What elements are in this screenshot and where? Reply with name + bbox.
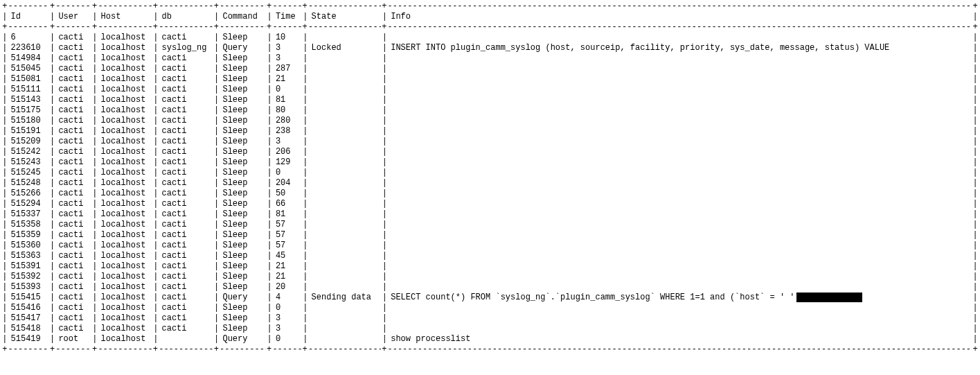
col-state [309, 137, 382, 147]
column-divider: | [1, 95, 8, 105]
column-divider: | [382, 334, 389, 345]
col-user: cacti [55, 303, 91, 313]
col-info [388, 178, 972, 189]
table-row: |515242|cacti|localhost|cacti|Sleep|206|… [1, 147, 979, 157]
col-db: cacti [159, 64, 213, 74]
column-divider: | [302, 33, 309, 43]
col-user: cacti [55, 137, 91, 147]
col-time: 81 [273, 209, 302, 220]
column-divider: | [382, 105, 389, 116]
col-info [388, 209, 972, 220]
col-host: localhost [98, 178, 152, 189]
col-user: cacti [55, 74, 91, 85]
separator-dash: ----------- [98, 22, 152, 33]
column-divider: | [213, 189, 220, 199]
col-state [309, 178, 382, 189]
column-divider: | [1, 12, 8, 22]
column-divider: | [213, 178, 220, 189]
column-divider: | [49, 313, 56, 324]
col-info [388, 53, 972, 64]
column-divider: | [972, 282, 979, 293]
header-row: |Id|User|Host|db|Command|Time|State|Info… [1, 12, 979, 22]
column-divider: | [1, 168, 8, 178]
column-divider: | [152, 126, 159, 137]
column-divider: | [1, 303, 8, 313]
column-divider: | [302, 189, 309, 199]
column-divider: | [972, 74, 979, 85]
column-divider: | [152, 33, 159, 43]
column-divider: | [1, 282, 8, 293]
column-divider: | [302, 272, 309, 282]
col-host: localhost [98, 199, 152, 209]
col-db: cacti [159, 220, 213, 230]
table-row: |6|cacti|localhost|cacti|Sleep|10||| [1, 33, 979, 43]
col-user: cacti [55, 251, 91, 261]
col-host: localhost [98, 168, 152, 178]
col-command: Sleep [220, 272, 266, 282]
col-command: Sleep [220, 189, 266, 199]
corner-plus: + [266, 22, 273, 33]
column-divider: | [266, 261, 273, 272]
column-divider: | [266, 334, 273, 345]
column-divider: | [302, 313, 309, 324]
column-divider: | [91, 126, 98, 137]
column-divider: | [382, 178, 389, 189]
column-divider: | [213, 157, 220, 168]
column-divider: | [49, 137, 56, 147]
col-user: root [55, 334, 91, 345]
col-time: 0 [273, 168, 302, 178]
column-divider: | [152, 116, 159, 126]
col-state [309, 105, 382, 116]
col-time: 3 [273, 53, 302, 64]
table-row: |515248|cacti|localhost|cacti|Sleep|204|… [1, 178, 979, 189]
corner-plus: + [972, 22, 979, 33]
col-db [159, 334, 213, 345]
column-divider: | [972, 303, 979, 313]
col-id: 515175 [8, 105, 49, 116]
column-divider: | [266, 324, 273, 334]
column-divider: | [49, 126, 56, 137]
column-divider: | [91, 293, 98, 303]
column-divider: | [972, 324, 979, 334]
column-divider: | [972, 241, 979, 251]
column-divider: | [1, 85, 8, 95]
corner-plus: + [301, 345, 308, 355]
corner-plus: + [213, 345, 220, 355]
column-divider: | [266, 241, 273, 251]
col-info: SELECT count(*) FROM `syslog_ng`.`plugin… [388, 293, 972, 303]
column-divider: | [91, 303, 98, 313]
col-host: localhost [98, 241, 152, 251]
col-id: 515180 [8, 116, 49, 126]
col-time: 81 [273, 95, 302, 105]
column-divider: | [302, 178, 309, 189]
corner-plus: + [266, 345, 273, 355]
col-host: localhost [98, 126, 152, 137]
column-divider: | [302, 230, 309, 241]
col-time: 45 [273, 251, 302, 261]
col-info [388, 64, 972, 74]
col-user: cacti [55, 105, 91, 116]
separator-dash: ---------- [220, 1, 266, 12]
column-divider: | [213, 64, 220, 74]
column-divider: | [1, 241, 8, 251]
column-divider: | [1, 230, 8, 241]
column-divider: | [382, 43, 389, 53]
col-host: localhost [98, 85, 152, 95]
column-divider: | [382, 220, 389, 230]
col-host: localhost [98, 157, 152, 168]
col-state [309, 157, 382, 168]
column-divider: | [152, 282, 159, 293]
corner-plus: + [381, 22, 388, 33]
separator-dash: ----------- [98, 1, 152, 12]
column-divider: | [382, 189, 389, 199]
column-divider: | [972, 313, 979, 324]
separator-dash: ----------- [159, 22, 213, 33]
column-divider: | [213, 313, 220, 324]
col-user: cacti [55, 313, 91, 324]
column-divider: | [152, 178, 159, 189]
column-divider: | [972, 105, 979, 116]
column-divider: | [266, 313, 273, 324]
column-divider: | [972, 178, 979, 189]
col-host: localhost [98, 53, 152, 64]
column-divider: | [213, 241, 220, 251]
